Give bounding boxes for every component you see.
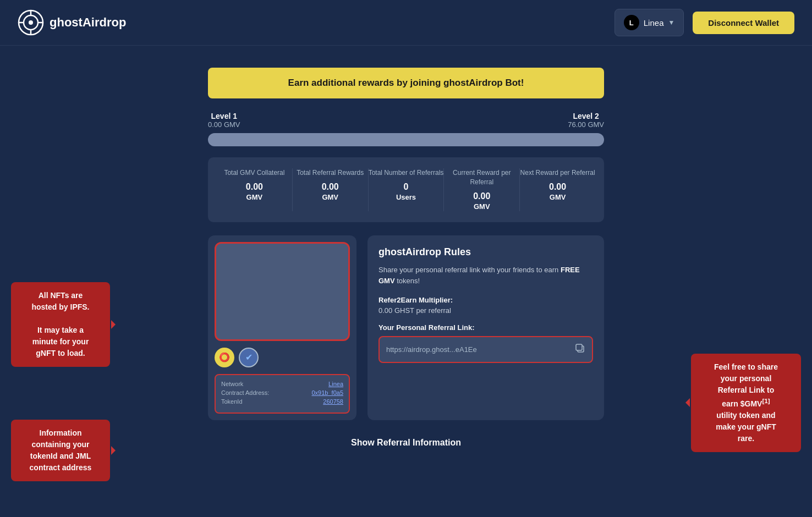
stat-value: 0Users [369,182,444,202]
stat-item: Total GMV Collateral 0.00GMV [217,168,293,211]
stat-value: 0.00GMV [217,182,292,202]
level2-label: Level 2 76.00 GMV [568,112,604,129]
nft-card: ⭕ ✔ Network Linea Contract Address: 0x91… [208,235,356,420]
stat-value: 0.00GMV [293,182,368,202]
rules-description: Share your personal referral link with y… [378,265,593,288]
annotation-token-info-text: Informationcontaining yourtokenId and JM… [30,428,92,472]
annotation-ipfs: All NFTs arehosted by IPFS.It may take a… [11,282,110,367]
nft-image-area [215,242,350,341]
progress-bar-container [208,133,604,146]
rules-desc-text: Share your personal referral link with y… [378,266,561,274]
stats-panel: Total GMV Collateral 0.00GMV Total Refer… [208,157,604,222]
network-selector[interactable]: L Linea ▼ [615,9,684,36]
nft-token-row: TokenId 260758 [221,398,343,405]
rules-desc-end: tokens! [395,277,420,285]
stat-item: Next Reward per Referral 0.00GMV [520,168,595,211]
referral-link-section: Your Personal Referral Link: https://air… [378,323,593,363]
stat-value: 0.00GMV [520,182,595,202]
stat-unit: GMV [246,193,263,201]
nft-contract-label: Contract Address: [221,389,269,396]
stat-item: Total Number of Referrals 0Users [369,168,445,211]
main-content: Earn additional rewards by joining ghost… [0,46,812,470]
stat-label: Current Reward per Referral [444,168,519,187]
multiplier-label: Refer2Earn Multiplier: [378,296,593,304]
disconnect-wallet-button[interactable]: Disconnect Wallet [693,12,794,34]
logo-area: ghostAirdrop [18,9,126,36]
svg-point-2 [29,20,33,25]
level1-title: Level 1 [208,112,240,120]
level1-label: Level 1 0.00 GMV [208,112,240,129]
progress-labels: Level 1 0.00 GMV Level 2 76.00 GMV [208,112,604,129]
svg-rect-8 [576,344,582,350]
multiplier-section: Refer2Earn Multiplier: 0.00 GHST per ref… [378,296,593,315]
stat-item: Total Referral Rewards 0.00GMV [293,168,369,211]
referral-link-label: Your Personal Referral Link: [378,323,593,332]
network-name: Linea [644,18,664,28]
annotation-referral-share: Feel free to shareyour personalReferral … [691,354,801,452]
stat-value: 0.00GMV [444,191,519,211]
banner: Earn additional rewards by joining ghost… [208,68,604,98]
stat-label: Total GMV Collateral [217,168,292,178]
annotation-ipfs-text: All NFTs arehosted by IPFS.It may take a… [31,291,89,358]
rules-panel: ghostAirdrop Rules Share your personal r… [367,235,604,420]
chevron-down-icon: ▼ [668,19,674,26]
nft-token-label: TokenId [221,398,243,405]
nft-badges: ⭕ ✔ [215,348,350,367]
stat-unit: Users [396,193,416,201]
level2-amount: 76.00 GMV [568,120,604,129]
stat-label: Total Referral Rewards [293,168,368,178]
header-right: L Linea ▼ Disconnect Wallet [615,9,794,36]
referral-link-text: https://airdrop.ghost...eA1Ee [386,345,570,354]
nft-contract-row: Contract Address: 0x91b_f0a5 [221,389,343,396]
network-icon: L [624,15,639,30]
level1-amount: 0.00 GMV [208,120,240,129]
lower-section: ⭕ ✔ Network Linea Contract Address: 0x91… [208,235,604,420]
show-referral-text[interactable]: Show Referral Information [351,438,461,448]
copy-link-button[interactable] [574,343,585,356]
nft-contract-value[interactable]: 0x91b_f0a5 [312,389,344,396]
stat-label: Next Reward per Referral [520,168,595,178]
annotation-token-info: Informationcontaining yourtokenId and JM… [11,420,110,481]
stat-unit: GMV [322,193,338,201]
nft-info: Network Linea Contract Address: 0x91b_f0… [215,374,350,414]
annotation-referral-share-text: Feel free to shareyour personalReferral … [714,362,778,443]
progress-section: Level 1 0.00 GMV Level 2 76.00 GMV [208,112,604,146]
stat-unit: GMV [550,193,566,201]
stat-label: Total Number of Referrals [369,168,444,178]
badge-check-icon: ✔ [239,348,259,367]
logo-text: ghostAirdrop [50,15,126,30]
header: ghostAirdrop L Linea ▼ Disconnect Wallet [0,0,812,46]
referral-link-input-row: https://airdrop.ghost...eA1Ee [378,336,593,363]
badge-verified-icon: ⭕ [215,348,234,367]
copy-icon [574,343,585,354]
level2-title: Level 2 [568,112,604,120]
stat-unit: GMV [474,202,490,211]
nft-network-row: Network Linea [221,381,343,387]
nft-network-label: Network [221,381,243,387]
nft-network-value[interactable]: Linea [328,381,343,387]
rules-title: ghostAirdrop Rules [378,246,593,258]
logo-icon [18,9,44,36]
multiplier-value: 0.00 GHST per referral [378,306,593,315]
stat-item: Current Reward per Referral 0.00GMV [444,168,520,211]
nft-token-value[interactable]: 260758 [323,398,343,405]
